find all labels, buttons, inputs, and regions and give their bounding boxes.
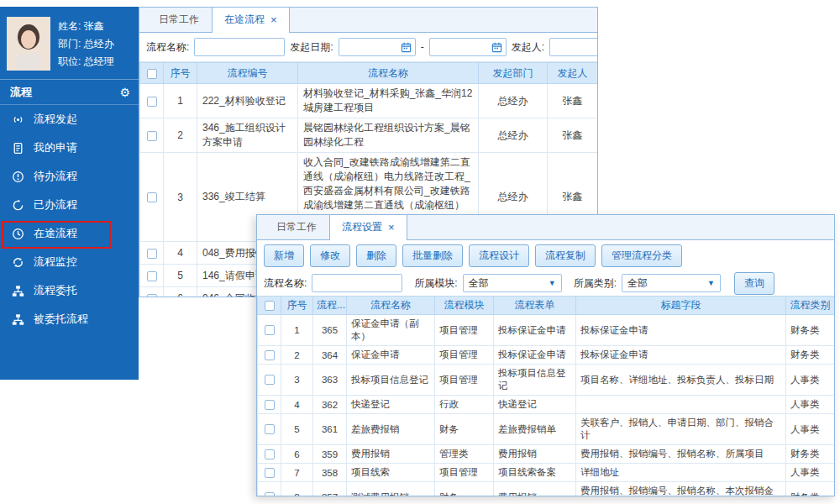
select-all-checkbox[interactable] xyxy=(147,69,157,79)
process-name-input[interactable] xyxy=(312,274,402,292)
start-date-input[interactable] xyxy=(339,38,416,56)
checkbox-cell xyxy=(258,482,281,497)
row-checkbox[interactable] xyxy=(147,131,157,141)
process-name-input[interactable] xyxy=(194,38,285,56)
tab-bar: 日常工作 流程设置 × xyxy=(257,215,834,240)
edit-button[interactable]: 修改 xyxy=(310,244,350,267)
cell-name: 材料验收登记_材料采购_张鑫_华润12城房建工程项目 xyxy=(298,84,479,118)
checkbox-cell xyxy=(140,265,164,287)
sidebar-item-label: 在途流程 xyxy=(34,226,77,241)
cell-no: 7 xyxy=(281,464,313,482)
close-icon[interactable]: × xyxy=(270,16,277,24)
tab-label: 流程设置 xyxy=(342,220,382,234)
row-checkbox[interactable] xyxy=(265,449,275,459)
batch-delete-button[interactable]: 批量删除 xyxy=(402,244,463,267)
cell-code: 222_材料验收登记 xyxy=(197,84,298,118)
manage-category-button[interactable]: 管理流程分类 xyxy=(601,244,682,267)
col-header-module: 流程模块 xyxy=(435,297,494,315)
col-header-dept: 发起部门 xyxy=(479,63,548,84)
module-select[interactable]: 全部 ▼ xyxy=(463,274,562,292)
cell-no: 3 xyxy=(164,153,197,242)
checkbox-cell xyxy=(258,464,281,482)
cell-code: 362 xyxy=(313,396,347,414)
initiator-input[interactable] xyxy=(549,38,597,56)
alert-icon xyxy=(12,171,26,183)
row-checkbox[interactable] xyxy=(265,325,275,335)
cell-module: 项目管理 xyxy=(435,315,494,346)
close-icon[interactable]: × xyxy=(388,223,395,232)
sidebar-item-pending-processes[interactable]: 待办流程 xyxy=(0,162,139,191)
cell-title-fields: 关联客户、报销人、申请日期、部门、报销合计 xyxy=(576,414,786,445)
profile-name-value: 张鑫 xyxy=(84,20,104,32)
cell-no: 4 xyxy=(164,242,197,265)
checkbox-cell xyxy=(140,118,164,153)
row-checkbox[interactable] xyxy=(265,492,275,496)
process-copy-button[interactable]: 流程复制 xyxy=(535,244,596,267)
col-header-person: 发起人 xyxy=(548,63,598,84)
cell-person: 张鑫 xyxy=(548,118,598,153)
sidebar-section-title: 流程 xyxy=(10,86,32,98)
col-header-no: 序号 xyxy=(164,63,197,84)
cell-category: 人事类 xyxy=(786,464,835,482)
initiator-label: 发起人: xyxy=(512,40,544,55)
row-checkbox[interactable] xyxy=(265,400,275,410)
row-checkbox[interactable] xyxy=(265,375,275,385)
process-design-button[interactable]: 流程设计 xyxy=(469,244,529,267)
add-button[interactable]: 新增 xyxy=(264,244,304,267)
cell-form: 投标项目信息登记 xyxy=(494,365,576,396)
category-select[interactable]: 全部 ▼ xyxy=(622,274,721,292)
cell-name: 投标项目信息登记 xyxy=(347,365,435,396)
sidebar-item-my-applications[interactable]: 我的申请 xyxy=(0,134,139,162)
cell-no: 1 xyxy=(164,84,197,118)
sidebar-item-label: 流程监控 xyxy=(34,255,77,270)
table-row: 8 357 测试费用报销 财务 费用报销 费用报销、报销编号、报销名称、本次报销… xyxy=(258,482,835,497)
cell-name: 保证金申请（副本） xyxy=(347,315,435,346)
sidebar-item-in-transit-processes[interactable]: 在途流程 xyxy=(0,219,139,248)
cell-form: 投标保证金申请 xyxy=(494,346,576,365)
tab-in-transit[interactable]: 在途流程 × xyxy=(212,7,290,33)
row-checkbox[interactable] xyxy=(147,97,157,107)
query-button[interactable]: 查询 xyxy=(734,272,774,295)
gear-icon[interactable]: ⚙ xyxy=(119,80,130,105)
sidebar-item-process-monitoring[interactable]: 流程监控 xyxy=(0,248,139,276)
sidebar-section-header: 流程 ⚙ xyxy=(0,80,139,105)
user-photo xyxy=(7,17,50,71)
start-date-label: 发起日期: xyxy=(290,40,333,55)
sidebar-item-process-initiate[interactable]: 流程发起 xyxy=(0,105,139,134)
tab-daily-work[interactable]: 日常工作 xyxy=(264,214,329,239)
select-all-checkbox[interactable] xyxy=(265,301,275,311)
cell-code: 359 xyxy=(313,445,347,464)
row-checkbox[interactable] xyxy=(147,192,157,202)
cell-module: 项目管理 xyxy=(435,346,494,365)
row-checkbox[interactable] xyxy=(265,350,275,360)
profile-title-line: 职位: 总经理 xyxy=(58,53,114,71)
tab-daily-work[interactable]: 日常工作 xyxy=(146,7,212,32)
table-row: 2 364 保证金申请 项目管理 投标保证金申请 投标保证金申请 财务类 xyxy=(258,346,835,365)
cell-form: 费用报销 xyxy=(494,482,576,497)
delete-button[interactable]: 删除 xyxy=(356,244,396,267)
end-date-input[interactable] xyxy=(429,38,507,56)
date-range-separator: - xyxy=(421,41,424,53)
cell-code: 346_施工组织设计方案申请 xyxy=(197,118,298,153)
row-checkbox[interactable] xyxy=(147,294,157,297)
cell-name: 保证金申请 xyxy=(347,346,435,365)
cell-no: 8 xyxy=(281,482,313,497)
col-header-title-fields: 标题字段 xyxy=(576,297,786,315)
row-checkbox[interactable] xyxy=(147,271,157,281)
sidebar-item-process-delegation[interactable]: 流程委托 xyxy=(0,276,139,305)
sitemap-icon xyxy=(12,313,26,326)
tab-process-settings[interactable]: 流程设置 × xyxy=(329,214,407,240)
cell-code: 357 xyxy=(313,482,347,497)
row-checkbox[interactable] xyxy=(147,249,157,259)
cell-no: 2 xyxy=(281,346,313,365)
cell-code: 365 xyxy=(313,315,347,346)
sidebar-item-delegated-processes[interactable]: 被委托流程 xyxy=(0,305,139,333)
row-checkbox[interactable] xyxy=(265,424,275,434)
cell-name: 费用报销 xyxy=(347,445,435,464)
row-checkbox[interactable] xyxy=(265,468,275,478)
cell-name: 项目线索 xyxy=(347,464,435,482)
cell-title-fields: 项目名称、详细地址、投标负责人、投标日期 xyxy=(576,365,786,396)
cell-title-fields: 详细地址 xyxy=(576,464,786,482)
category-label: 所属类别: xyxy=(574,276,617,291)
sidebar-item-completed-processes[interactable]: 已办流程 xyxy=(0,191,139,219)
